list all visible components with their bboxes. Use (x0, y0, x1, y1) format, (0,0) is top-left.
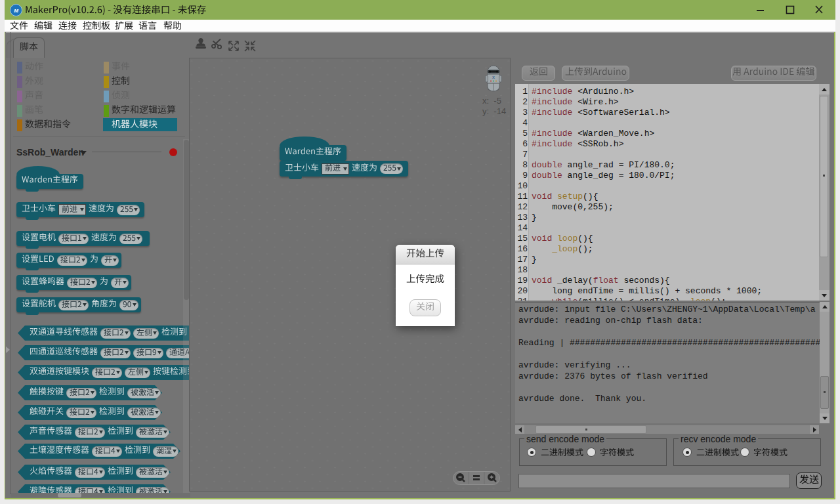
svg-text:M: M (14, 8, 18, 14)
svg-text:x: x (492, 75, 495, 79)
